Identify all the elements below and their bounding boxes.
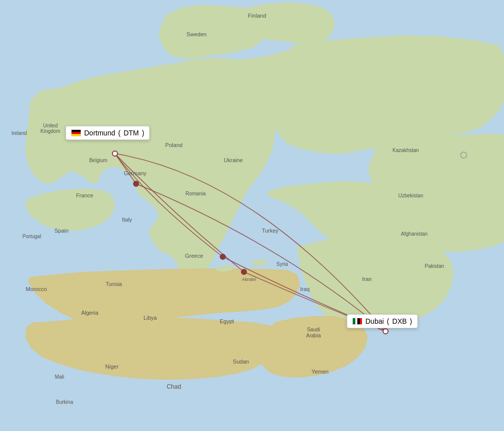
airport-label-dortmund-text: Dortmund xyxy=(84,129,115,137)
country-label-syria: Syria xyxy=(277,261,288,267)
country-label-greece: Greece xyxy=(185,253,203,259)
waypoint-dot-3 xyxy=(241,269,246,274)
waypoint-dot-1 xyxy=(134,181,139,186)
country-label-egypt: Egypt xyxy=(220,318,234,324)
airport-label-dortmund[interactable]: Dortmund (DTM) xyxy=(66,126,150,140)
country-label-kazakhstan: Kazakhstan xyxy=(393,148,419,153)
flag-germany xyxy=(71,129,81,136)
country-label-romania: Romania xyxy=(185,191,206,196)
country-label-iran: Iran xyxy=(362,276,372,282)
airport-label-dubai-text: Dubai xyxy=(365,317,384,325)
airport-label-dortmund-code: DTM xyxy=(123,129,139,137)
country-label-chad: Chad xyxy=(167,383,181,390)
airport-dot-dtm xyxy=(112,151,117,156)
country-label-sudan: Sudan xyxy=(233,358,249,365)
country-label-germany: Germany xyxy=(123,170,147,176)
country-label-france: France xyxy=(76,192,93,198)
country-label-sweden: Sweden xyxy=(186,31,207,37)
country-label-turkey: Turkey xyxy=(262,228,279,234)
country-label-yemen: Yemen xyxy=(311,369,329,375)
country-label-uk2: Kingdom xyxy=(40,128,60,134)
country-label-burkina: Burkina xyxy=(56,399,73,405)
country-label-akrotiri: Akrotiri xyxy=(242,277,256,282)
country-label-uzbekistan: Uzbekistan xyxy=(398,193,423,198)
country-label-finland: Finland xyxy=(248,13,266,19)
country-label-portugal: Portugal xyxy=(22,234,41,239)
country-label-saudi2: Arabia xyxy=(306,333,321,338)
country-label-ukraine: Ukraine xyxy=(224,157,243,163)
country-label-niger: Niger xyxy=(105,364,119,370)
map-svg: Finland Sweden United Kingdom Ireland Be… xyxy=(0,0,504,431)
country-label-tunisia: Tunisia xyxy=(106,281,122,287)
country-label-morocco: Morocco xyxy=(26,286,47,292)
waypoint-dot-2 xyxy=(220,254,225,259)
country-label-pakistan: Pakistan xyxy=(425,263,444,269)
country-label-spain: Spain xyxy=(54,228,69,234)
airport-dot-dxb xyxy=(383,329,388,334)
country-label-afghanistan: Afghanistan xyxy=(401,231,428,237)
flag-uae xyxy=(352,318,362,325)
country-label-iraq: Iraq xyxy=(300,286,310,292)
map-container: Finland Sweden United Kingdom Ireland Be… xyxy=(0,0,504,431)
country-label-ireland: Ireland xyxy=(12,130,27,136)
country-label-mali: Mali xyxy=(55,374,64,380)
country-label-belgium: Belgium xyxy=(89,158,107,163)
country-label-algeria: Algeria xyxy=(81,310,99,316)
country-label-saudi: Saudi xyxy=(307,327,320,332)
airport-label-dubai-code: DXB xyxy=(392,317,407,325)
country-label-poland: Poland xyxy=(165,142,182,148)
country-label-italy: Italy xyxy=(122,217,133,223)
airport-label-dubai[interactable]: Dubai (DXB) xyxy=(347,314,418,328)
country-label-uk: United xyxy=(43,123,58,128)
country-label-libya: Libya xyxy=(144,315,157,321)
